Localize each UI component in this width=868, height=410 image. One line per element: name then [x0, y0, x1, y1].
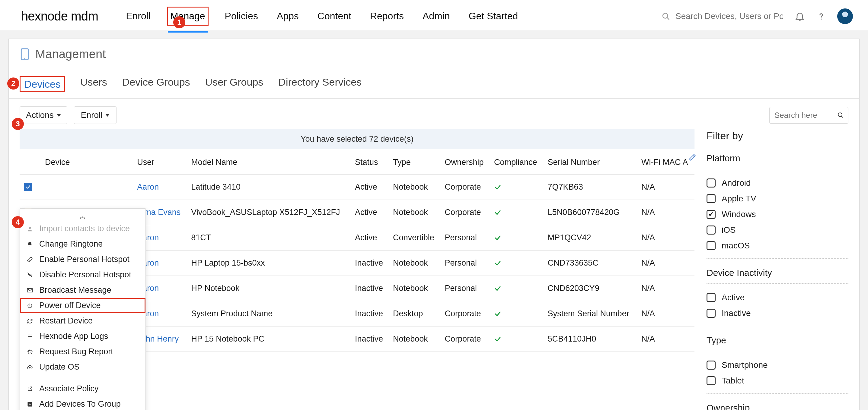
serial-cell: 7Q7KB63	[544, 175, 637, 200]
help-icon[interactable]	[816, 11, 826, 22]
model-cell: System Product Name	[187, 301, 351, 327]
checkbox-icon[interactable]	[707, 226, 716, 235]
tab-devices[interactable]: Devices	[20, 76, 65, 92]
filter-option-active[interactable]: Active	[707, 290, 848, 305]
action-disable-personal-hotspot[interactable]: Disable Personal Hotspot	[20, 267, 146, 282]
actions-button[interactable]: Actions	[20, 106, 67, 124]
filter-option-macos[interactable]: macOS	[707, 238, 848, 253]
nav-reports[interactable]: Reports	[368, 7, 406, 25]
filter-option-apple-tv[interactable]: Apple TV	[707, 191, 848, 206]
refresh-icon	[26, 317, 34, 325]
search-icon	[661, 12, 670, 21]
serial-cell: 5CB4110JH0	[544, 327, 637, 352]
nav-get-started[interactable]: Get Started	[466, 7, 521, 25]
table-search[interactable]	[769, 107, 848, 124]
wifi-cell: N/A	[637, 200, 694, 225]
subtabs: DevicesUsersDevice GroupsUser GroupsDire…	[9, 69, 859, 99]
nav-admin[interactable]: Admin	[420, 7, 453, 25]
scroll-up-icon[interactable]: ︽	[20, 212, 146, 221]
filter-option-label: Android	[722, 178, 751, 188]
col-Status: Status	[351, 149, 389, 175]
wifi-cell: N/A	[637, 301, 694, 327]
tab-directory-services[interactable]: Directory Services	[278, 76, 362, 92]
tab-user-groups[interactable]: User Groups	[205, 76, 264, 92]
serial-cell: CND733635C	[544, 250, 637, 276]
global-search-input[interactable]	[675, 11, 783, 22]
checkbox-icon[interactable]	[707, 293, 716, 302]
list-icon	[26, 333, 34, 340]
user-avatar[interactable]	[837, 8, 853, 24]
compliance-cell	[490, 250, 544, 276]
checkbox-icon[interactable]	[707, 178, 716, 187]
filter-option-smartphone[interactable]: Smartphone	[707, 357, 848, 373]
external-icon	[26, 385, 34, 393]
filter-option-tablet[interactable]: Tablet	[707, 373, 848, 388]
action-label: Add Devices To Group	[39, 400, 140, 409]
col-Model Name: Model Name	[187, 149, 351, 175]
table-row[interactable]: AaronLatitude 3410ActiveNotebookCorporat…	[20, 175, 694, 200]
table-search-input[interactable]	[774, 110, 834, 120]
status-cell: Active	[351, 225, 389, 250]
col-Device: Device	[41, 149, 133, 175]
action-add-devices-to-group[interactable]: Add Devices To Group	[20, 397, 146, 410]
user-link[interactable]: Aaron	[137, 182, 159, 192]
nav-content[interactable]: Content	[315, 7, 354, 25]
bell-solid-icon	[26, 240, 34, 248]
filter-option-label: Active	[722, 293, 745, 302]
compliance-cell	[490, 200, 544, 225]
wifi-cell: N/A	[637, 327, 694, 352]
edit-columns-icon[interactable]	[688, 153, 696, 161]
device-icon	[20, 48, 30, 60]
page-panel: 1 2 3 4 Management DevicesUsersDevice Gr…	[8, 39, 860, 410]
ownership-cell: Personal	[440, 225, 490, 250]
checkbox-icon[interactable]	[707, 210, 716, 219]
checkbox-icon[interactable]	[707, 194, 716, 203]
type-cell: Notebook	[389, 327, 440, 352]
col-Compliance: Compliance	[490, 149, 544, 175]
action-broadcast-message[interactable]: Broadcast Message	[20, 282, 146, 298]
filter-option-inactive[interactable]: Inactive	[707, 305, 848, 321]
nav-policies[interactable]: Policies	[222, 7, 260, 25]
col-Type: Type	[389, 149, 440, 175]
caret-down-icon	[105, 114, 110, 117]
compliance-cell	[490, 175, 544, 200]
filter-option-android[interactable]: Android	[707, 175, 848, 191]
filter-group-device-inactivity: Device InactivityActiveInactive	[707, 259, 848, 323]
checkbox-icon[interactable]	[707, 309, 716, 318]
action-associate-policy[interactable]: Associate Policy	[20, 381, 146, 397]
action-label: Disable Personal Hotspot	[39, 270, 140, 279]
action-hexnode-app-logs[interactable]: Hexnode App Logs	[20, 329, 146, 344]
action-enable-personal-hotspot[interactable]: Enable Personal Hotspot	[20, 252, 146, 267]
filter-option-windows[interactable]: Windows	[707, 206, 848, 222]
action-power-off-device[interactable]: Power off Device	[20, 298, 146, 313]
action-label: Request Bug Report	[39, 347, 140, 356]
type-cell: Notebook	[389, 175, 440, 200]
svg-point-4	[24, 58, 25, 59]
row-checkbox[interactable]	[24, 183, 32, 191]
wifi-cell: N/A	[637, 175, 694, 200]
svg-line-1	[667, 18, 669, 19]
checkbox-icon[interactable]	[707, 361, 716, 370]
action-update-os[interactable]: Update OS	[20, 360, 146, 375]
action-request-bug-report[interactable]: Request Bug Report	[20, 344, 146, 360]
action-restart-device[interactable]: Restart Device	[20, 313, 146, 329]
action-label: Hexnode App Logs	[39, 332, 140, 341]
selection-banner: You have selected 72 device(s)	[20, 129, 694, 149]
type-cell: Desktop	[389, 301, 440, 327]
nav-enroll[interactable]: Enroll	[123, 7, 153, 25]
enroll-button[interactable]: Enroll	[74, 106, 117, 124]
checkbox-icon[interactable]	[707, 376, 716, 385]
status-cell: Active	[351, 200, 389, 225]
filter-option-ios[interactable]: iOS	[707, 222, 848, 238]
action-change-ringtone[interactable]: Change Ringtone	[20, 236, 146, 252]
caret-down-icon	[57, 114, 61, 117]
tab-device-groups[interactable]: Device Groups	[122, 76, 190, 92]
tab-users[interactable]: Users	[80, 76, 107, 92]
global-search[interactable]	[661, 11, 783, 22]
model-cell: VivoBook_ASUSLaptop X512FJ_X512FJ	[187, 200, 351, 225]
ownership-cell: Corporate	[440, 301, 490, 327]
checkbox-icon[interactable]	[707, 241, 716, 250]
action-label: Import contacts to device	[39, 224, 140, 233]
notifications-icon[interactable]	[794, 11, 805, 22]
nav-apps[interactable]: Apps	[274, 7, 301, 25]
